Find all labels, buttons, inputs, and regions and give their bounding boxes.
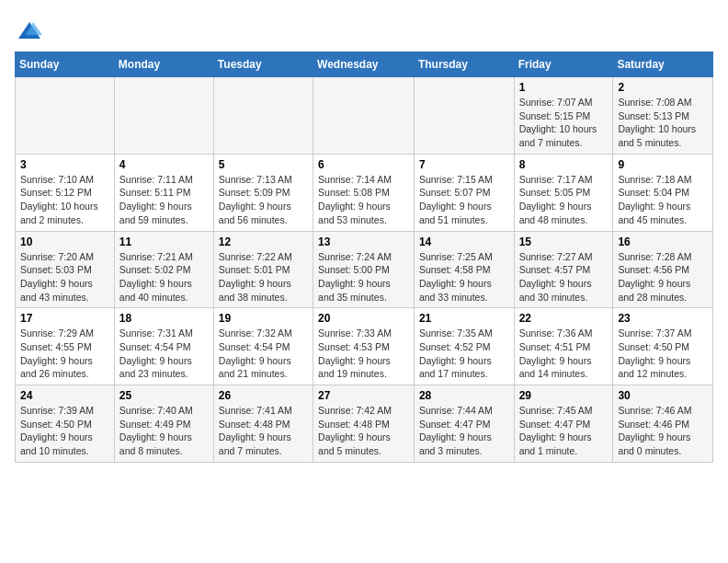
calendar-day-cell: 30Sunrise: 7:46 AM Sunset: 4:46 PM Dayli… [613, 385, 713, 463]
calendar-day-cell: 10Sunrise: 7:20 AM Sunset: 5:03 PM Dayli… [16, 231, 115, 308]
day-number: 9 [618, 158, 708, 171]
day-number: 17 [20, 312, 109, 325]
calendar-day-cell [16, 77, 115, 155]
day-info: Sunrise: 7:33 AM Sunset: 4:53 PM Dayligh… [318, 327, 409, 381]
calendar-week-row: 10Sunrise: 7:20 AM Sunset: 5:03 PM Dayli… [16, 231, 713, 308]
calendar-day-cell: 16Sunrise: 7:28 AM Sunset: 4:56 PM Dayli… [613, 231, 713, 308]
day-number: 22 [519, 312, 609, 325]
day-number: 18 [119, 312, 209, 325]
day-info: Sunrise: 7:25 AM Sunset: 4:58 PM Dayligh… [419, 250, 509, 304]
day-info: Sunrise: 7:15 AM Sunset: 5:07 PM Dayligh… [419, 173, 509, 227]
calendar-week-row: 3Sunrise: 7:10 AM Sunset: 5:12 PM Daylig… [16, 154, 713, 231]
weekday-header: Tuesday [213, 52, 313, 77]
calendar-day-cell: 12Sunrise: 7:22 AM Sunset: 5:01 PM Dayli… [213, 231, 313, 308]
day-number: 25 [119, 389, 209, 402]
calendar-day-cell [313, 77, 415, 155]
day-info: Sunrise: 7:14 AM Sunset: 5:08 PM Dayligh… [318, 173, 409, 227]
day-number: 16 [618, 236, 708, 248]
day-number: 10 [20, 236, 109, 248]
weekday-header: Saturday [613, 52, 713, 77]
day-number: 14 [419, 236, 509, 248]
day-info: Sunrise: 7:07 AM Sunset: 5:15 PM Dayligh… [519, 96, 609, 150]
day-number: 7 [419, 158, 509, 171]
header-row: SundayMondayTuesdayWednesdayThursdayFrid… [16, 52, 713, 77]
day-info: Sunrise: 7:36 AM Sunset: 4:51 PM Dayligh… [519, 327, 609, 381]
calendar-day-cell: 29Sunrise: 7:45 AM Sunset: 4:47 PM Dayli… [514, 385, 613, 463]
calendar-week-row: 1Sunrise: 7:07 AM Sunset: 5:15 PM Daylig… [16, 77, 713, 155]
day-number: 5 [219, 158, 308, 171]
day-info: Sunrise: 7:27 AM Sunset: 4:57 PM Dayligh… [519, 250, 609, 304]
weekday-header: Friday [514, 52, 613, 77]
day-number: 13 [318, 236, 409, 248]
logo-icon [17, 18, 42, 44]
day-info: Sunrise: 7:18 AM Sunset: 5:04 PM Dayligh… [618, 173, 708, 227]
day-number: 12 [219, 236, 308, 248]
calendar-day-cell: 20Sunrise: 7:33 AM Sunset: 4:53 PM Dayli… [313, 308, 415, 385]
calendar-day-cell [213, 77, 313, 155]
calendar-day-cell: 11Sunrise: 7:21 AM Sunset: 5:02 PM Dayli… [114, 231, 213, 308]
calendar-day-cell: 15Sunrise: 7:27 AM Sunset: 4:57 PM Dayli… [514, 231, 613, 308]
day-number: 28 [419, 389, 509, 402]
calendar-day-cell: 5Sunrise: 7:13 AM Sunset: 5:09 PM Daylig… [213, 154, 313, 231]
day-number: 6 [318, 158, 409, 171]
day-info: Sunrise: 7:17 AM Sunset: 5:05 PM Dayligh… [519, 173, 609, 227]
calendar-header: SundayMondayTuesdayWednesdayThursdayFrid… [16, 52, 713, 77]
day-info: Sunrise: 7:45 AM Sunset: 4:47 PM Dayligh… [519, 404, 609, 458]
calendar-day-cell: 28Sunrise: 7:44 AM Sunset: 4:47 PM Dayli… [414, 385, 514, 463]
calendar-day-cell: 9Sunrise: 7:18 AM Sunset: 5:04 PM Daylig… [613, 154, 713, 231]
calendar-week-row: 17Sunrise: 7:29 AM Sunset: 4:55 PM Dayli… [16, 308, 713, 385]
day-info: Sunrise: 7:41 AM Sunset: 4:48 PM Dayligh… [219, 404, 308, 458]
calendar-day-cell: 26Sunrise: 7:41 AM Sunset: 4:48 PM Dayli… [213, 385, 313, 463]
weekday-header: Sunday [16, 52, 115, 77]
calendar-day-cell: 1Sunrise: 7:07 AM Sunset: 5:15 PM Daylig… [514, 77, 613, 155]
day-number: 30 [618, 389, 708, 402]
calendar-day-cell: 13Sunrise: 7:24 AM Sunset: 5:00 PM Dayli… [313, 231, 415, 308]
day-number: 2 [618, 81, 708, 94]
day-number: 15 [519, 236, 609, 248]
logo [15, 18, 42, 44]
header [15, 15, 713, 44]
calendar-day-cell: 17Sunrise: 7:29 AM Sunset: 4:55 PM Dayli… [16, 308, 115, 385]
day-info: Sunrise: 7:28 AM Sunset: 4:56 PM Dayligh… [618, 250, 708, 304]
day-info: Sunrise: 7:20 AM Sunset: 5:03 PM Dayligh… [20, 250, 109, 304]
day-info: Sunrise: 7:22 AM Sunset: 5:01 PM Dayligh… [219, 250, 308, 304]
day-info: Sunrise: 7:24 AM Sunset: 5:00 PM Dayligh… [318, 250, 409, 304]
day-info: Sunrise: 7:39 AM Sunset: 4:50 PM Dayligh… [20, 404, 109, 458]
day-info: Sunrise: 7:21 AM Sunset: 5:02 PM Dayligh… [119, 250, 209, 304]
day-info: Sunrise: 7:42 AM Sunset: 4:48 PM Dayligh… [318, 404, 409, 458]
day-number: 24 [20, 389, 109, 402]
calendar-day-cell: 2Sunrise: 7:08 AM Sunset: 5:13 PM Daylig… [613, 77, 713, 155]
day-info: Sunrise: 7:11 AM Sunset: 5:11 PM Dayligh… [119, 173, 209, 227]
day-info: Sunrise: 7:29 AM Sunset: 4:55 PM Dayligh… [20, 327, 109, 381]
day-number: 21 [419, 312, 509, 325]
day-number: 20 [318, 312, 409, 325]
day-info: Sunrise: 7:10 AM Sunset: 5:12 PM Dayligh… [20, 173, 109, 227]
weekday-header: Wednesday [313, 52, 415, 77]
day-number: 27 [318, 389, 409, 402]
calendar-day-cell: 27Sunrise: 7:42 AM Sunset: 4:48 PM Dayli… [313, 385, 415, 463]
calendar-day-cell: 24Sunrise: 7:39 AM Sunset: 4:50 PM Dayli… [16, 385, 115, 463]
calendar-day-cell: 21Sunrise: 7:35 AM Sunset: 4:52 PM Dayli… [414, 308, 514, 385]
day-info: Sunrise: 7:46 AM Sunset: 4:46 PM Dayligh… [618, 404, 708, 458]
day-info: Sunrise: 7:32 AM Sunset: 4:54 PM Dayligh… [219, 327, 308, 381]
day-number: 4 [119, 158, 209, 171]
calendar-day-cell: 7Sunrise: 7:15 AM Sunset: 5:07 PM Daylig… [414, 154, 514, 231]
day-info: Sunrise: 7:35 AM Sunset: 4:52 PM Dayligh… [419, 327, 509, 381]
day-number: 19 [219, 312, 308, 325]
day-number: 29 [519, 389, 609, 402]
day-info: Sunrise: 7:08 AM Sunset: 5:13 PM Dayligh… [618, 96, 708, 150]
calendar-day-cell: 18Sunrise: 7:31 AM Sunset: 4:54 PM Dayli… [114, 308, 213, 385]
day-number: 26 [219, 389, 308, 402]
calendar-day-cell [414, 77, 514, 155]
day-info: Sunrise: 7:31 AM Sunset: 4:54 PM Dayligh… [119, 327, 209, 381]
day-info: Sunrise: 7:40 AM Sunset: 4:49 PM Dayligh… [119, 404, 209, 458]
day-info: Sunrise: 7:44 AM Sunset: 4:47 PM Dayligh… [419, 404, 509, 458]
day-info: Sunrise: 7:13 AM Sunset: 5:09 PM Dayligh… [219, 173, 308, 227]
calendar-day-cell: 25Sunrise: 7:40 AM Sunset: 4:49 PM Dayli… [114, 385, 213, 463]
weekday-header: Thursday [414, 52, 514, 77]
day-info: Sunrise: 7:37 AM Sunset: 4:50 PM Dayligh… [618, 327, 708, 381]
calendar-day-cell: 22Sunrise: 7:36 AM Sunset: 4:51 PM Dayli… [514, 308, 613, 385]
day-number: 8 [519, 158, 609, 171]
calendar-day-cell: 23Sunrise: 7:37 AM Sunset: 4:50 PM Dayli… [613, 308, 713, 385]
calendar-day-cell: 3Sunrise: 7:10 AM Sunset: 5:12 PM Daylig… [16, 154, 115, 231]
